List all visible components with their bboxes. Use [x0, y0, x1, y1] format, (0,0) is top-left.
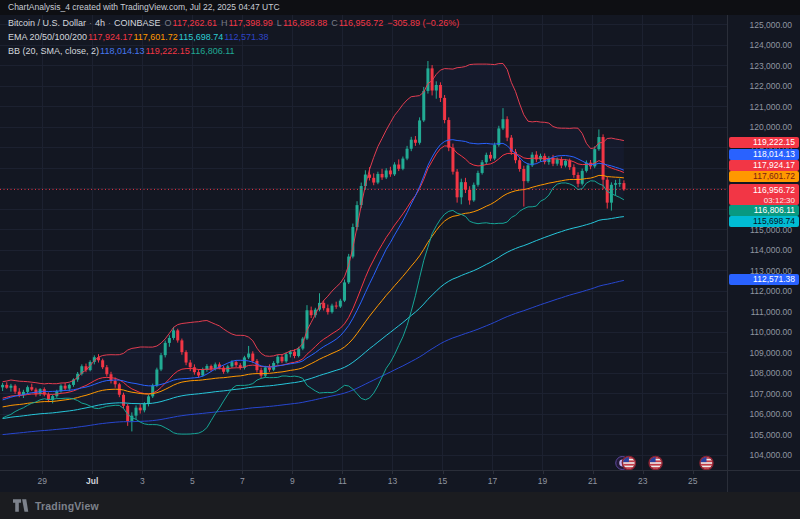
tradingview-brand[interactable]: TradingView — [35, 500, 99, 512]
time-tick-mark — [443, 471, 444, 474]
time-tick-mark — [693, 471, 694, 474]
time-tick-mark — [92, 471, 93, 474]
us-flag-icon[interactable] — [649, 457, 662, 470]
price-badge-last-price: 116,956.7203:12:30 — [729, 184, 799, 205]
price-axis-label: 105,000.00 — [728, 430, 792, 440]
time-tick-mark — [142, 471, 143, 474]
time-tick-mark — [543, 471, 544, 474]
price-axis-label: 123,000.00 — [728, 61, 792, 71]
time-axis-label: 5 — [190, 476, 195, 486]
us-flag-icon[interactable] — [700, 457, 713, 470]
time-tick-mark — [42, 471, 43, 474]
price-axis-label: 112,000.00 — [728, 286, 792, 296]
price-axis-label: 106,000.00 — [728, 409, 792, 419]
price-axis-label: 111,000.00 — [728, 307, 792, 317]
time-tick-mark — [493, 471, 494, 474]
time-tick-mark — [643, 471, 644, 474]
time-axis-label: 7 — [240, 476, 245, 486]
time-tick-mark — [392, 471, 393, 474]
price-axis-label: 109,000.00 — [728, 348, 792, 358]
footer: TradingView — [0, 492, 800, 519]
time-tick-mark — [292, 471, 293, 474]
time-axis-label: 3 — [140, 476, 145, 486]
candlestick-chart[interactable] — [0, 15, 727, 470]
price-badge-ema-200: 112,571.38 — [729, 274, 799, 285]
time-tick-mark — [192, 471, 193, 474]
time-axis-label: 25 — [688, 476, 697, 486]
price-axis-label: 108,000.00 — [728, 368, 792, 378]
price-axis-label: 122,000.00 — [728, 81, 792, 91]
time-axis-label: 13 — [388, 476, 397, 486]
axis-corner — [727, 470, 800, 492]
price-axis-label: 110,000.00 — [728, 327, 792, 337]
price-axis-label: 120,000.00 — [728, 122, 792, 132]
price-axis-label: 124,000.00 — [728, 40, 792, 50]
price-badge-bb-upper: 119,222.15 — [729, 137, 799, 148]
time-axis-label: 9 — [290, 476, 295, 486]
price-axis-label: 104,000.00 — [728, 450, 792, 460]
time-tick-mark — [593, 471, 594, 474]
chart-plot-area[interactable]: Bitcoin / U.S. Dollar·4h·COINBASEO117,26… — [0, 15, 727, 470]
tradingview-logo-icon[interactable] — [13, 499, 30, 512]
time-tick-mark — [242, 471, 243, 474]
time-axis-label: 21 — [588, 476, 597, 486]
tradingview-chart-window: ChartAnalysis_4 created with TradingView… — [0, 0, 800, 519]
price-badge-ema-20: 117,924.17 — [729, 160, 799, 171]
time-axis-label: 23 — [638, 476, 647, 486]
price-badge-bb-basis: 118,014.13 — [729, 149, 799, 160]
time-tick-mark — [342, 471, 343, 474]
price-axis-label: 107,000.00 — [728, 389, 792, 399]
time-axis-label: 11 — [338, 476, 347, 486]
us-flag-icon[interactable] — [622, 457, 635, 470]
price-axis[interactable]: 104,000.00105,000.00106,000.00107,000.00… — [727, 15, 800, 470]
price-badge-bb-lower: 116,806.11 — [729, 205, 799, 216]
price-axis-label: 125,000.00 — [728, 20, 792, 30]
time-axis-label: 29 — [37, 476, 46, 486]
price-badge-ema-100: 115,698.74 — [729, 216, 799, 227]
time-axis[interactable]: 29Jul35791113151719212325 — [0, 470, 727, 492]
chart-title: ChartAnalysis_4 created with TradingView… — [8, 2, 280, 12]
price-axis-label: 121,000.00 — [728, 102, 792, 112]
bar-countdown: 03:12:30 — [733, 196, 795, 205]
time-axis-label: 19 — [538, 476, 547, 486]
time-axis-label: Jul — [86, 476, 98, 486]
price-axis-label: 114,000.00 — [728, 245, 792, 255]
time-axis-label: 15 — [438, 476, 447, 486]
time-axis-label: 17 — [488, 476, 497, 486]
titlebar: ChartAnalysis_4 created with TradingView… — [0, 0, 800, 15]
price-badge-ema-50: 117,601.72 — [729, 171, 799, 182]
